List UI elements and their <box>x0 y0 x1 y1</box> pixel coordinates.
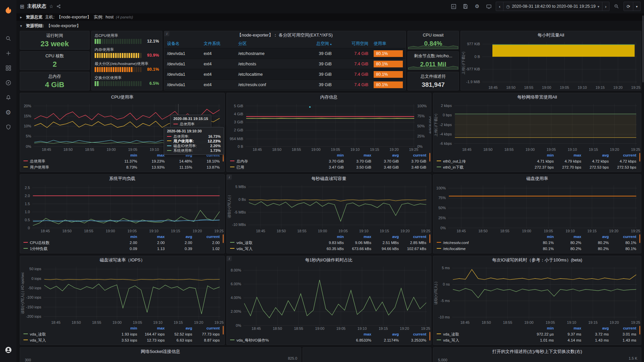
svg-text:100%: 100% <box>417 104 427 108</box>
time-forward-button[interactable]: › <box>602 2 609 11</box>
chart-legend: minmaxavgcurrent 总内存 3.70 GiB3.70 GiB3.7… <box>227 152 431 172</box>
legend-series-name[interactable]: vda_读取 <box>437 331 526 337</box>
column-header[interactable]: 设备名 <box>164 39 201 48</box>
time-back-button[interactable]: ‹ <box>496 2 503 11</box>
explore-compass-icon[interactable] <box>0 75 16 90</box>
panel-info-icon[interactable]: i <box>227 175 232 180</box>
create-plus-icon[interactable] <box>0 46 16 61</box>
panel-title[interactable]: 磁盘读写速率（IOPS） <box>20 256 224 264</box>
alerting-bell-icon[interactable] <box>0 90 16 105</box>
legend-series-name[interactable]: 总内存 <box>230 158 316 164</box>
page-scrollbar[interactable] <box>642 15 644 82</box>
legend-scrollbar[interactable] <box>639 153 640 162</box>
column-header[interactable]: 使用率 <box>371 39 406 48</box>
panel-cpu: CPU使用率 0%5%10%15%20%18:4518:5018:5519:00… <box>20 93 225 172</box>
legend-value: 3.2533% <box>399 337 426 343</box>
host-label: 主机: <box>45 14 54 20</box>
legend-series-name[interactable]: vda_写入 <box>437 337 526 343</box>
legend-series-name[interactable]: vda_读取 <box>23 331 110 337</box>
panel-title[interactable]: 每次IO读写的耗时（参考：小于100ms）(beta) <box>433 256 641 264</box>
legend-series-name[interactable]: eth0_in下载 <box>437 164 526 170</box>
legend-series-name[interactable]: vda_写入 <box>23 337 110 343</box>
panel-title[interactable]: 每1秒内I/O操作耗时占比 <box>227 256 431 264</box>
svg-text:-150 iops: -150 iops <box>26 305 42 309</box>
svg-text:0 bps: 0 bps <box>443 113 452 117</box>
legend-scrollbar[interactable] <box>223 234 224 243</box>
svg-text:-10 ms: -10 ms <box>438 315 450 319</box>
panel-title[interactable]: 内存信息 <box>227 93 431 101</box>
grafana-logo[interactable] <box>0 3 16 18</box>
legend-series-name[interactable]: 已用 <box>230 164 316 170</box>
svg-text:19:15: 19:15 <box>588 320 598 324</box>
legend-series-name[interactable]: vda_写入 <box>230 246 316 252</box>
legend-scrollbar[interactable] <box>639 234 640 243</box>
panel-title[interactable]: 磁盘使用率 <box>433 175 641 183</box>
panel-title[interactable]: 【node-exporter】： 各分区可用空间(EXT.*/XFS) <box>164 31 406 39</box>
legend-value: 272.53 bps <box>609 164 636 170</box>
panel-title[interactable]: 网络Socket连接信息 <box>20 348 301 356</box>
server-admin-shield-icon[interactable] <box>0 120 16 134</box>
legend-series-name[interactable]: /etc/localtime <box>437 246 526 252</box>
legend-value: 3.70 GiB <box>371 158 399 164</box>
legend-series-name[interactable]: /etc/resolv.conf <box>437 240 526 246</box>
sparkline <box>408 64 458 69</box>
panel-mem: 内存信息 0 B954 MiB2 GiB3 GiB4 GiB5 GiB0%25%… <box>226 93 431 172</box>
column-header[interactable]: 分区 <box>235 39 298 48</box>
legend-series-name[interactable]: 用户使用率 <box>23 164 110 170</box>
stat-value: 4 GiB <box>20 79 89 90</box>
column-header[interactable]: 总空间 ▴ <box>298 39 334 48</box>
dashboard-grid-icon[interactable]: ⊞ <box>20 3 24 10</box>
panel-title[interactable]: 每秒磁盘读写容量 <box>227 175 431 183</box>
legend-series-name[interactable]: 1分钟负载 <box>23 246 110 252</box>
table-row: /dev/vda1ext4/etc/resolv.conf39 GiB7.4 G… <box>164 79 406 90</box>
row-header-overview[interactable]: ▸ 资源总览 主机: 【node-exporter】 实例: host (4 p… <box>16 13 644 21</box>
legend-scrollbar[interactable] <box>429 234 430 243</box>
panel-title[interactable]: 每小时流量All <box>461 31 641 39</box>
svg-text:18:45: 18:45 <box>252 326 261 330</box>
svg-text:0%: 0% <box>440 226 446 230</box>
svg-text:19:05: 19:05 <box>331 147 340 152</box>
svg-text:18:45: 18:45 <box>462 147 472 152</box>
legend-scrollbar[interactable] <box>639 326 640 335</box>
panel-title[interactable]: 打开的文件描述符(左)/每秒上下文切换次数(右) <box>433 348 641 356</box>
legend-value: 1.43 ms <box>581 337 609 343</box>
legend-series-name[interactable]: 总使用率 <box>23 158 110 164</box>
legend-value: 4.72 kbps <box>581 158 609 164</box>
svg-text:19:10: 19:10 <box>567 320 576 324</box>
user-avatar[interactable] <box>0 343 16 357</box>
svg-text:18:55: 18:55 <box>85 147 94 152</box>
panel-title[interactable]: 系统平均负载 <box>20 175 224 183</box>
row-header-detail[interactable]: ▾ 资源明细: 【node-exporter】 <box>16 22 644 29</box>
legend-scrollbar[interactable] <box>429 153 430 162</box>
column-header[interactable]: 可用空间 <box>334 39 371 48</box>
save-dashboard-button[interactable] <box>461 2 470 11</box>
legend-series-name[interactable]: vda_读取 <box>230 240 316 246</box>
share-icon[interactable] <box>56 4 61 9</box>
zoom-out-button[interactable] <box>612 2 621 11</box>
panel-info-icon[interactable]: i <box>164 31 169 36</box>
svg-text:10%: 10% <box>24 124 31 128</box>
dashboards-icon[interactable] <box>0 61 16 75</box>
legend-series-name[interactable]: eth0_out上传 <box>437 158 526 164</box>
refresh-interval-dropdown[interactable]: ▾ <box>633 2 640 11</box>
panel-title[interactable]: 每秒网络带宽使用All <box>433 93 641 101</box>
panel-info-icon[interactable]: i <box>227 256 232 261</box>
legend-scrollbar[interactable] <box>429 332 430 341</box>
instance-value: host <box>106 15 114 19</box>
panel-title[interactable]: CPU使用率 <box>20 93 224 101</box>
time-range-picker[interactable]: ◷ 2020-08-31 18:42:00 to 2020-08-31 19:2… <box>503 2 602 11</box>
legend-series-name[interactable]: CPU总核数 <box>23 240 110 246</box>
stat-title: CPU iowait <box>408 33 459 38</box>
add-panel-button[interactable] <box>449 2 458 11</box>
legend-value: 80.2% <box>554 240 581 246</box>
legend-scrollbar[interactable] <box>223 326 224 335</box>
refresh-button[interactable]: ⟳ <box>624 2 633 11</box>
dashboard-settings-button[interactable]: ⚙ <box>472 2 482 11</box>
cycle-view-mode-button[interactable] <box>484 2 493 11</box>
legend-series-name[interactable]: vda_每秒I/O操作% <box>230 337 344 343</box>
star-icon[interactable]: ☆ <box>49 4 53 9</box>
search-icon[interactable] <box>0 31 16 46</box>
legend-value: 3.48 GiB <box>399 164 426 170</box>
configuration-gear-icon[interactable]: ⚙ <box>0 105 16 120</box>
column-header[interactable]: 文件系统 <box>201 39 235 48</box>
